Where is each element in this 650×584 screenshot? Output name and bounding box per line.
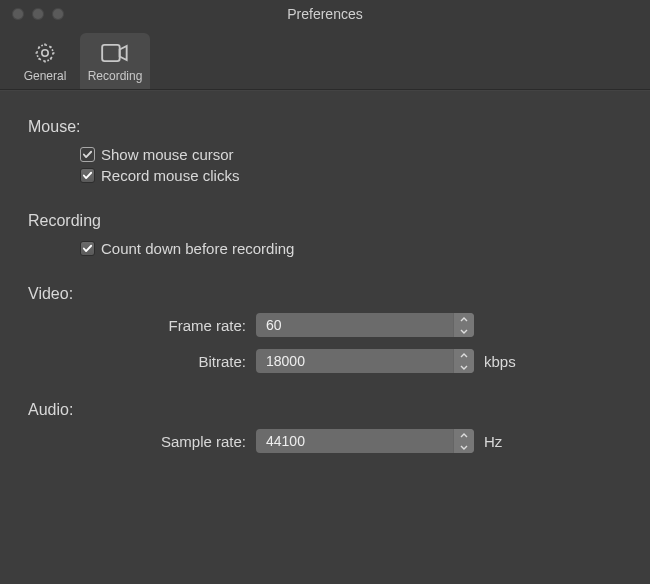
- bitrate-stepper[interactable]: [453, 349, 474, 373]
- window-title: Preferences: [0, 6, 650, 22]
- recording-section-header: Recording: [28, 212, 622, 230]
- close-window-button[interactable]: [12, 8, 24, 20]
- sample-rate-unit: Hz: [484, 433, 502, 450]
- chevron-up-icon: [454, 349, 474, 361]
- show-mouse-cursor-checkbox[interactable]: [80, 147, 95, 162]
- chevron-down-icon: [454, 441, 474, 453]
- zoom-window-button[interactable]: [52, 8, 64, 20]
- tab-recording[interactable]: Recording: [80, 33, 150, 89]
- titlebar: Preferences: [0, 0, 650, 28]
- chevron-up-icon: [454, 313, 474, 325]
- countdown-checkbox[interactable]: [80, 241, 95, 256]
- record-mouse-clicks-label: Record mouse clicks: [101, 167, 239, 184]
- tab-recording-label: Recording: [80, 69, 150, 83]
- audio-section-header: Audio:: [28, 401, 622, 419]
- tab-general-label: General: [10, 69, 80, 83]
- record-mouse-clicks-checkbox[interactable]: [80, 168, 95, 183]
- bitrate-row: Bitrate: 18000 kbps: [28, 349, 622, 373]
- show-mouse-cursor-row[interactable]: Show mouse cursor: [80, 146, 622, 163]
- svg-point-0: [42, 50, 48, 56]
- sample-rate-value: 44100: [266, 433, 305, 449]
- sample-rate-stepper[interactable]: [453, 429, 474, 453]
- gear-icon: [10, 39, 80, 67]
- sample-rate-row: Sample rate: 44100 Hz: [28, 429, 622, 453]
- chevron-up-icon: [454, 429, 474, 441]
- chevron-down-icon: [454, 361, 474, 373]
- bitrate-value: 18000: [266, 353, 305, 369]
- preferences-content: Mouse: Show mouse cursor Record mouse cl…: [0, 90, 650, 493]
- preferences-toolbar: General Recording: [0, 28, 650, 90]
- traffic-lights: [0, 8, 64, 20]
- countdown-label: Count down before recording: [101, 240, 294, 257]
- svg-rect-2: [102, 45, 120, 61]
- frame-rate-row: Frame rate: 60: [28, 313, 622, 337]
- bitrate-unit: kbps: [484, 353, 516, 370]
- mouse-section-header: Mouse:: [28, 118, 622, 136]
- chevron-down-icon: [454, 325, 474, 337]
- minimize-window-button[interactable]: [32, 8, 44, 20]
- frame-rate-select[interactable]: 60: [256, 313, 474, 337]
- countdown-row[interactable]: Count down before recording: [80, 240, 622, 257]
- sample-rate-label: Sample rate:: [28, 433, 256, 450]
- video-camera-icon: [80, 39, 150, 67]
- bitrate-select[interactable]: 18000: [256, 349, 474, 373]
- tab-general[interactable]: General: [10, 33, 80, 89]
- record-mouse-clicks-row[interactable]: Record mouse clicks: [80, 167, 622, 184]
- show-mouse-cursor-label: Show mouse cursor: [101, 146, 234, 163]
- sample-rate-select[interactable]: 44100: [256, 429, 474, 453]
- frame-rate-label: Frame rate:: [28, 317, 256, 334]
- video-section-header: Video:: [28, 285, 622, 303]
- bitrate-label: Bitrate:: [28, 353, 256, 370]
- frame-rate-value: 60: [266, 317, 282, 333]
- frame-rate-stepper[interactable]: [453, 313, 474, 337]
